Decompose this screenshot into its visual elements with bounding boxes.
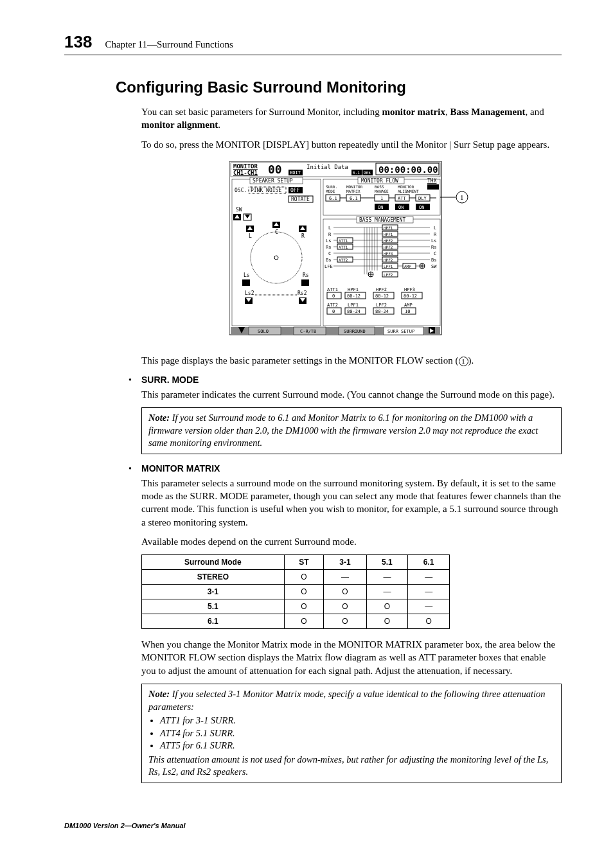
- note-box-surr-mode: Note: If you set Surround mode to 6.1 an…: [141, 407, 562, 454]
- svg-text:10: 10: [405, 309, 410, 314]
- svg-text:1: 1: [460, 193, 464, 201]
- svg-text:MODE: MODE: [326, 189, 335, 193]
- svg-text:MATRIX: MATRIX: [346, 189, 360, 193]
- note-lead: If you selected 3-1 Monitor Matrix mode,…: [148, 689, 546, 712]
- table-cell: O: [324, 585, 366, 599]
- text-fragment: .: [218, 120, 220, 130]
- intro-paragraph-1: You can set basic parameters for Surroun…: [141, 105, 562, 132]
- svg-text:ATT2: ATT2: [327, 303, 338, 308]
- page-header: 138 Chapter 11—Surround Functions: [64, 32, 562, 55]
- svg-text:00:00:00.00: 00:00:00.00: [378, 164, 438, 175]
- svg-text:SURR SETUP: SURR SETUP: [387, 329, 414, 334]
- svg-text:ALIGNMENT: ALIGNMENT: [398, 189, 419, 193]
- svg-text:HPF1: HPF1: [384, 226, 393, 230]
- bullet-title: MONITOR MATRIX: [141, 463, 220, 474]
- svg-text:ATT: ATT: [398, 196, 406, 201]
- svg-text:HPF3: HPF3: [404, 287, 415, 292]
- monitor-matrix-p1: This parameter selects a surround mode o…: [141, 477, 562, 529]
- table-cell: O: [324, 614, 366, 629]
- svg-text:Bs: Bs: [326, 258, 331, 263]
- table-header: ST: [284, 555, 324, 570]
- bullet-title: SURR. MODE: [141, 375, 199, 385]
- svg-text:CH1-CH1: CH1-CH1: [233, 170, 258, 176]
- table-cell: —: [366, 585, 408, 599]
- svg-text:THX: THX: [427, 178, 437, 184]
- monitor-screenshot-svg: MONITOR CH1-CH1 00 EDIT Initial Data 6.1…: [229, 161, 474, 341]
- page-footer: DM1000 Version 2—Owner's Manual: [64, 822, 562, 829]
- svg-text:LPF1: LPF1: [348, 303, 359, 308]
- svg-text:ATT1: ATT1: [339, 245, 348, 249]
- page-number: 138: [64, 32, 92, 52]
- section-heading: Configuring Basic Surround Monitoring: [116, 78, 562, 96]
- svg-text:80-12: 80-12: [347, 294, 360, 299]
- svg-text:SURR.: SURR.: [326, 184, 337, 189]
- note-list-item: ATT4 for 5.1 SURR.: [160, 727, 555, 740]
- svg-text:L: L: [328, 226, 331, 231]
- svg-text:6.1: 6.1: [329, 196, 337, 201]
- svg-text:HPF2: HPF2: [384, 238, 393, 243]
- table-cell: O: [408, 614, 450, 629]
- table-cell: O: [284, 585, 324, 599]
- svg-text:MONITOR: MONITOR: [233, 163, 258, 170]
- note-box-matrix: Note: If you selected 3-1 Monitor Matrix…: [141, 684, 562, 783]
- svg-text:SURROUND: SURROUND: [344, 329, 366, 334]
- table-header: 5.1: [366, 555, 408, 570]
- table-cell: —: [324, 570, 366, 585]
- svg-text:0: 0: [332, 294, 335, 299]
- svg-text:MONITOR: MONITOR: [398, 184, 414, 189]
- svg-text:6.1: 6.1: [350, 196, 358, 201]
- table-row-header: STEREO: [142, 570, 285, 585]
- svg-text:80-24: 80-24: [375, 309, 389, 314]
- svg-text:HPF2: HPF2: [384, 245, 393, 249]
- svg-text:Ls: Ls: [326, 238, 331, 244]
- table-header: 6.1: [408, 555, 450, 570]
- svg-text:OFF: OFF: [290, 188, 300, 193]
- svg-text:R: R: [301, 233, 305, 239]
- svg-text:OSC.: OSC.: [235, 188, 247, 193]
- svg-text:Ls: Ls: [244, 272, 250, 278]
- svg-text:EDIT: EDIT: [290, 170, 301, 175]
- svg-text:SPEAKER SETUP: SPEAKER SETUP: [253, 178, 293, 184]
- table-cell: O: [366, 599, 408, 614]
- bullet-monitor-matrix: • MONITOR MATRIX: [129, 463, 562, 474]
- svg-text:L: L: [249, 233, 252, 239]
- svg-text:C-R/TB: C-R/TB: [300, 329, 316, 334]
- svg-text:Rs2: Rs2: [298, 290, 307, 296]
- table-row: STEREO O — — —: [142, 570, 450, 585]
- bold-term: monitor matrix: [382, 107, 445, 117]
- note-label: Note:: [148, 689, 172, 699]
- svg-text:PINK NOISE: PINK NOISE: [251, 188, 281, 193]
- table-cell: —: [408, 585, 450, 599]
- screenshot-figure: MONITOR CH1-CH1 00 EDIT Initial Data 6.1…: [141, 161, 562, 344]
- svg-text:BASS: BASS: [375, 184, 384, 189]
- intro-paragraph-2: To do so, press the MONITOR [DISPLAY] bu…: [141, 138, 562, 151]
- svg-text:LPF2: LPF2: [384, 272, 393, 277]
- svg-text:ON: ON: [378, 205, 383, 210]
- text-fragment: ).: [468, 355, 474, 366]
- note-list: ATT1 for 3-1 SURR. ATT4 for 5.1 SURR. AT…: [148, 714, 555, 752]
- text-fragment: You can set basic parameters for Surroun…: [141, 107, 382, 117]
- svg-text:HPF3: HPF3: [384, 251, 393, 256]
- svg-text:DLY: DLY: [418, 196, 427, 201]
- svg-text:1: 1: [380, 196, 383, 201]
- svg-text:C: C: [328, 251, 331, 256]
- svg-text:MONITOR: MONITOR: [346, 184, 363, 189]
- svg-text:AMP: AMP: [404, 264, 411, 269]
- svg-text:ATT1: ATT1: [327, 287, 338, 292]
- text-fragment: This page displays the basic parameter s…: [141, 355, 459, 366]
- text-fragment: , and: [526, 107, 544, 117]
- monitor-matrix-p2: Available modes depend on the current Su…: [141, 535, 562, 548]
- svg-text:ATT2: ATT2: [339, 258, 348, 262]
- svg-text:6.1: 6.1: [353, 170, 360, 175]
- svg-text:80-12: 80-12: [375, 294, 389, 299]
- svg-text:SW: SW: [431, 264, 437, 269]
- svg-text:L: L: [434, 226, 436, 231]
- svg-text:AMP: AMP: [404, 303, 413, 308]
- svg-rect-43: [301, 279, 309, 286]
- svg-text:ON: ON: [398, 205, 404, 210]
- svg-text:Initial Data: Initial Data: [306, 164, 348, 170]
- table-header-row: Surround Mode ST 3-1 5.1 6.1: [142, 555, 450, 570]
- svg-text:C: C: [275, 229, 278, 235]
- svg-rect-55: [427, 184, 439, 190]
- svg-text:HPF1: HPF1: [348, 287, 359, 292]
